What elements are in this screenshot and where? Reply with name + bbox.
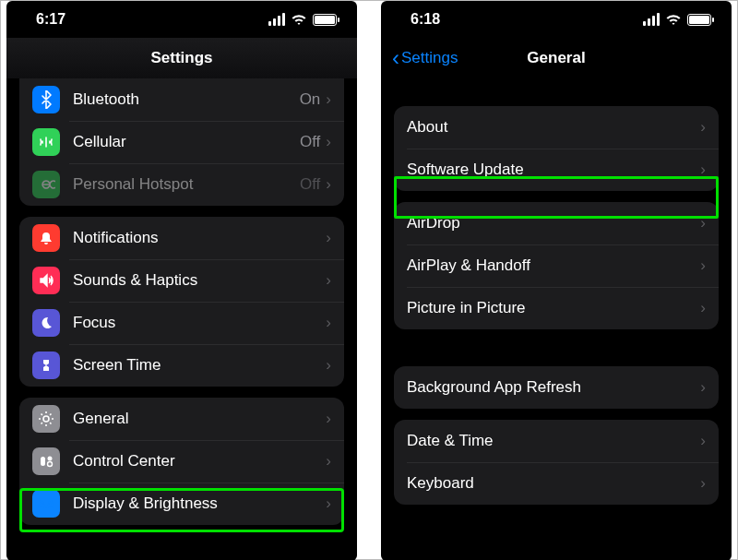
general-screen: 6:18 ‹ Settings General About › Softwa: [381, 1, 732, 560]
svg-rect-1: [41, 457, 45, 466]
battery-icon: [313, 14, 337, 26]
row-value: On: [300, 90, 321, 109]
chevron-right-icon: ›: [326, 90, 331, 109]
status-icons: [268, 13, 337, 26]
row-label: Picture in Picture: [407, 299, 700, 317]
svg-point-3: [48, 462, 53, 467]
focus-icon: [32, 309, 60, 337]
settings-screen: 6:17 Settings Bluetooth On ›: [6, 1, 357, 560]
screentime-icon: [32, 351, 60, 379]
chevron-right-icon: ›: [700, 378, 706, 397]
row-keyboard[interactable]: Keyboard ›: [394, 462, 719, 505]
row-label: Keyboard: [407, 474, 700, 493]
settings-group-general: General › Control Center › AA Display & …: [19, 398, 344, 525]
row-label: Sounds & Haptics: [73, 271, 326, 290]
row-date-time[interactable]: Date & Time ›: [394, 420, 719, 462]
row-bluetooth[interactable]: Bluetooth On ›: [19, 78, 344, 121]
battery-icon: [687, 14, 711, 26]
cellular-signal-icon: [268, 13, 285, 26]
row-pip[interactable]: Picture in Picture ›: [394, 287, 719, 329]
general-list[interactable]: About › Software Update › AirDrop › AirP…: [381, 106, 732, 505]
back-button[interactable]: ‹ Settings: [392, 45, 458, 71]
row-screen-time[interactable]: Screen Time ›: [19, 344, 344, 387]
cellular-icon: [32, 128, 60, 156]
general-group-datetime: Date & Time › Keyboard ›: [394, 420, 719, 505]
row-label: AirDrop: [407, 214, 700, 232]
chevron-right-icon: ›: [326, 271, 331, 290]
row-label: Cellular: [73, 133, 300, 151]
row-label: Screen Time: [73, 356, 326, 375]
back-label: Settings: [401, 49, 458, 67]
chevron-right-icon: ›: [700, 299, 706, 317]
general-group-about: About › Software Update ›: [394, 106, 719, 191]
chevron-right-icon: ›: [326, 494, 331, 513]
chevron-right-icon: ›: [326, 229, 331, 247]
row-label: Bluetooth: [73, 90, 300, 109]
row-general[interactable]: General ›: [19, 398, 344, 440]
general-icon: [32, 405, 60, 433]
chevron-right-icon: ›: [326, 314, 331, 332]
row-airplay[interactable]: AirPlay & Handoff ›: [394, 244, 719, 287]
row-label: Software Update: [407, 161, 700, 179]
general-group-airdrop: AirDrop › AirPlay & Handoff › Picture in…: [394, 202, 719, 329]
row-sounds[interactable]: Sounds & Haptics ›: [19, 259, 344, 302]
row-control-center[interactable]: Control Center ›: [19, 440, 344, 483]
row-display[interactable]: AA Display & Brightness ›: [19, 483, 344, 525]
chevron-right-icon: ›: [700, 256, 706, 275]
row-cellular[interactable]: Cellular Off ›: [19, 121, 344, 163]
chevron-right-icon: ›: [700, 474, 706, 493]
chevron-right-icon: ›: [326, 356, 331, 375]
navbar: ‹ Settings General: [381, 38, 732, 78]
cellular-signal-icon: [643, 13, 660, 26]
notifications-icon: [32, 224, 60, 252]
svg-point-0: [43, 416, 49, 422]
row-value: Off: [300, 133, 320, 151]
display-icon: AA: [32, 490, 60, 518]
control-center-icon: [32, 447, 60, 475]
row-airdrop[interactable]: AirDrop ›: [394, 202, 719, 244]
row-label: Background App Refresh: [407, 378, 700, 397]
row-label: General: [73, 410, 326, 428]
svg-point-2: [48, 457, 53, 461]
status-bar: 6:18: [381, 1, 732, 38]
status-icons: [643, 13, 711, 26]
row-value: Off: [300, 175, 320, 194]
row-background-refresh[interactable]: Background App Refresh ›: [394, 366, 719, 409]
chevron-right-icon: ›: [700, 161, 706, 179]
sounds-icon: [32, 267, 60, 294]
chevron-right-icon: ›: [700, 118, 706, 137]
chevron-right-icon: ›: [700, 214, 706, 232]
settings-list[interactable]: Bluetooth On › Cellular Off › Personal H…: [6, 78, 357, 525]
bluetooth-icon: [32, 86, 60, 113]
chevron-right-icon: ›: [326, 452, 331, 471]
page-title: Settings: [150, 49, 212, 67]
wifi-icon: [291, 14, 307, 26]
general-group-bg: Background App Refresh ›: [394, 366, 719, 409]
chevron-right-icon: ›: [326, 410, 331, 428]
row-label: About: [407, 118, 700, 137]
wifi-icon: [665, 14, 682, 26]
row-label: Display & Brightness: [73, 494, 326, 513]
row-software-update[interactable]: Software Update ›: [394, 149, 719, 191]
navbar: Settings: [6, 38, 357, 78]
settings-group-connectivity: Bluetooth On › Cellular Off › Personal H…: [19, 78, 344, 206]
settings-group-notifications: Notifications › Sounds & Haptics › Focus…: [19, 217, 344, 387]
chevron-right-icon: ›: [700, 432, 706, 450]
row-label: Focus: [73, 314, 326, 332]
row-label: AirPlay & Handoff: [407, 256, 700, 275]
row-personal-hotspot[interactable]: Personal Hotspot Off ›: [19, 163, 344, 206]
row-notifications[interactable]: Notifications ›: [19, 217, 344, 259]
hotspot-icon: [32, 171, 60, 198]
row-about[interactable]: About ›: [394, 106, 719, 149]
row-label: Notifications: [73, 229, 326, 247]
status-bar: 6:17: [6, 1, 357, 38]
row-label: Personal Hotspot: [73, 175, 300, 194]
chevron-right-icon: ›: [326, 175, 331, 194]
chevron-left-icon: ‹: [392, 45, 399, 71]
row-label: Date & Time: [407, 432, 700, 450]
page-title: General: [527, 49, 585, 67]
status-time: 6:18: [411, 11, 440, 28]
status-time: 6:17: [36, 11, 65, 28]
chevron-right-icon: ›: [326, 133, 331, 151]
row-focus[interactable]: Focus ›: [19, 302, 344, 344]
